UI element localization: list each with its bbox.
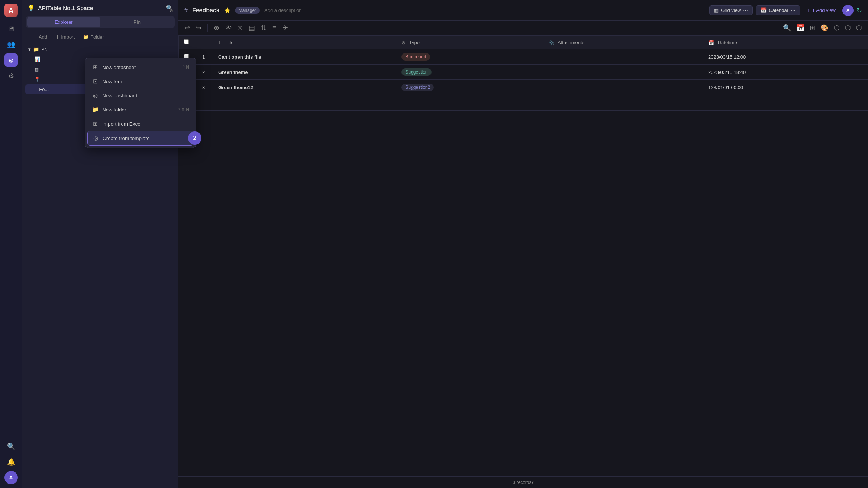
tree-folder[interactable]: ▾ 📁 Pr... xyxy=(25,44,175,54)
grid-table: T Title ⊙ Type 📎 Attachments 📅 Datetime xyxy=(178,35,868,111)
tab-explorer[interactable]: Explorer xyxy=(27,17,100,27)
rail-icon-bell[interactable]: 🔔 xyxy=(4,455,18,469)
hide-fields-button[interactable]: 👁 xyxy=(225,24,232,32)
add-record-button[interactable]: ⊕ xyxy=(214,24,219,32)
rail-icon-monitor[interactable]: 🖥 xyxy=(4,22,18,36)
shortcut-new-datasheet: ^ N xyxy=(183,65,189,70)
menu-item-create-template[interactable]: ◎ Create from template 2 xyxy=(87,131,194,146)
rail-user-avatar[interactable]: A xyxy=(4,471,18,484)
calendar-view-icon: 📅 xyxy=(761,7,767,13)
row-type[interactable]: Suggestion2 xyxy=(396,80,543,95)
header-datetime-label: Datetime xyxy=(718,40,737,45)
topbar-avatar[interactable]: A xyxy=(842,5,854,16)
row-height-button[interactable]: ≡ xyxy=(272,24,277,32)
menu-item-import-excel[interactable]: ⊞ Import from Excel xyxy=(87,117,194,131)
row-type[interactable]: Suggestion xyxy=(396,65,543,80)
refresh-icon[interactable]: ↻ xyxy=(856,6,862,14)
rail-icon-security[interactable]: ⚙ xyxy=(4,69,18,82)
title-col-icon: T xyxy=(218,40,221,45)
header-title: T Title xyxy=(213,36,396,49)
top-bar: # Feedback ⭐ Manager Add a description ▦… xyxy=(178,0,868,21)
import-icon: ⬆ xyxy=(55,34,59,40)
grid-view-more-icon[interactable]: ⋯ xyxy=(743,7,748,13)
menu-label-new-dashboard: New dashboard xyxy=(102,93,138,98)
header-datetime: 📅 Datetime xyxy=(703,36,868,49)
table-row[interactable]: 2 Green theme Suggestion 2023/03/15 18:4… xyxy=(179,65,868,80)
grid-view-label: Grid view xyxy=(721,7,741,13)
redo-button[interactable]: ↪ xyxy=(196,24,201,32)
type-badge: Suggestion2 xyxy=(401,84,434,91)
add-view-label: + Add view xyxy=(812,7,836,13)
row-datetime: 2023/03/15 12:00 xyxy=(703,49,868,65)
paint-toolbar-button[interactable]: 🎨 xyxy=(820,24,829,32)
form-icon: ⊡ xyxy=(92,78,99,85)
table-row[interactable]: 1 Can't open this file Bug report 2023/0… xyxy=(179,49,868,65)
menu-label-new-form: New form xyxy=(102,79,124,84)
row-number: 2 xyxy=(194,65,213,80)
row-type[interactable]: Bug report xyxy=(396,49,543,65)
search-toolbar-button[interactable]: 🔍 xyxy=(783,24,791,32)
star-icon[interactable]: ⭐ xyxy=(224,7,230,13)
add-icon: + xyxy=(30,34,33,40)
role-badge: Manager xyxy=(235,7,260,14)
row-title[interactable]: Green theme xyxy=(213,65,396,80)
menu-label-create-template: Create from template xyxy=(103,136,150,141)
collapse-sidebar-button[interactable]: ∧ xyxy=(168,5,175,14)
add-view-button[interactable]: + + Add view xyxy=(803,6,839,15)
import-button[interactable]: ⬆ Import xyxy=(52,33,78,41)
rail-icon-search[interactable]: 🔍 xyxy=(4,440,18,453)
rail-icon-users[interactable]: 👥 xyxy=(4,38,18,51)
sidebar: 💡 APITable No.1 Space 🔍 ∧ Explorer Pin +… xyxy=(22,0,178,488)
excel-icon: ⊞ xyxy=(92,120,99,127)
calendar-view-more-icon[interactable]: ⋯ xyxy=(791,7,796,13)
header-checkbox-cell xyxy=(179,36,194,49)
rail-icon-explore[interactable]: ◎ xyxy=(4,53,18,67)
row-attachments[interactable] xyxy=(543,80,703,95)
row-attachments[interactable] xyxy=(543,65,703,80)
attach-col-icon: 📎 xyxy=(548,40,554,45)
row-title[interactable]: Green theme12 xyxy=(213,80,396,95)
row-title[interactable]: Can't open this file xyxy=(213,49,396,65)
select-all-checkbox[interactable] xyxy=(184,39,189,44)
menu-item-new-form[interactable]: ⊡ New form xyxy=(87,74,194,88)
tab-pin[interactable]: Pin xyxy=(100,17,174,27)
status-bar: 3 records▾ xyxy=(178,476,868,488)
calendar-view-label: Calendar xyxy=(769,7,788,13)
filter-button[interactable]: ⧖ xyxy=(238,24,243,32)
sidebar-actions: + + Add ⬆ Import 📁 Folder xyxy=(22,31,178,43)
calendar-view-button[interactable]: 📅 Calendar ⋯ xyxy=(756,5,800,15)
type-badge: Suggestion xyxy=(401,68,431,76)
header-type: ⊙ Type xyxy=(396,36,543,49)
more-toolbar-3[interactable]: ⬡ xyxy=(856,24,862,32)
header-attachments-label: Attachments xyxy=(558,40,584,45)
step-badge-2: 2 xyxy=(188,131,201,145)
more-toolbar-2[interactable]: ⬡ xyxy=(845,24,851,32)
grid-container: T Title ⊙ Type 📎 Attachments 📅 Datetime xyxy=(178,35,868,476)
undo-button[interactable]: ↩ xyxy=(184,24,190,32)
feedback-label: Fe... xyxy=(39,87,49,92)
add-button[interactable]: + + Add xyxy=(28,33,50,41)
columns-toolbar-button[interactable]: ⊞ xyxy=(810,24,815,32)
table-description[interactable]: Add a description xyxy=(264,7,301,13)
view-controls: ▦ Grid view ⋯ 📅 Calendar ⋯ + + Add view … xyxy=(709,5,862,16)
sidebar-header: 💡 APITable No.1 Space 🔍 xyxy=(22,0,178,16)
menu-item-new-folder[interactable]: 📁 New folder ^ ⇧ N xyxy=(87,103,194,117)
calendar-toolbar-button[interactable]: 📅 xyxy=(796,24,804,32)
menu-item-new-dashboard[interactable]: ◎ New dashboard xyxy=(87,88,194,103)
record-count[interactable]: 3 records▾ xyxy=(513,480,533,485)
chart-icon: 📊 xyxy=(34,56,40,62)
menu-item-new-datasheet[interactable]: ⊞ New datasheet ^ N xyxy=(87,60,194,74)
sort-button[interactable]: ⇅ xyxy=(261,24,267,32)
folder-button[interactable]: 📁 Folder xyxy=(80,33,107,41)
grid-view-button[interactable]: ▦ Grid view ⋯ xyxy=(709,5,753,15)
group-button[interactable]: ▤ xyxy=(249,24,255,32)
tree-folder-label: Pr... xyxy=(41,46,50,52)
table-row[interactable]: 3 Green theme12 Suggestion2 123/01/01 00… xyxy=(179,80,868,95)
app-logo[interactable]: A xyxy=(4,4,18,17)
share-button[interactable]: ✈ xyxy=(283,24,288,32)
add-view-icon: + xyxy=(807,7,810,13)
row-datetime: 123/01/01 00:00 xyxy=(703,80,868,95)
more-toolbar-1[interactable]: ⬡ xyxy=(834,24,840,32)
folder-icon: 📁 xyxy=(83,34,89,40)
row-attachments[interactable] xyxy=(543,49,703,65)
